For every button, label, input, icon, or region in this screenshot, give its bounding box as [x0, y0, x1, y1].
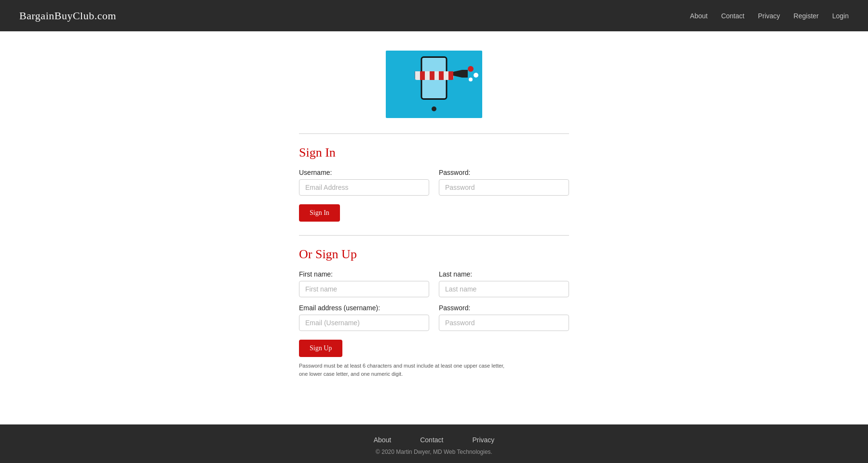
- footer-about[interactable]: About: [374, 436, 392, 444]
- main-nav: About Contact Privacy Register Login: [690, 12, 849, 20]
- site-footer: About Contact Privacy © 2020 Martin Dwye…: [0, 424, 868, 463]
- password-hint: Password must be at least 6 characters a…: [299, 362, 511, 378]
- awning-illustration: [415, 71, 453, 80]
- signin-button[interactable]: Sign In: [299, 204, 340, 222]
- nav-register[interactable]: Register: [794, 12, 819, 20]
- signup-password-group: Password:: [439, 304, 569, 331]
- name-row: First name: Last name:: [299, 270, 569, 297]
- firstname-input[interactable]: [299, 281, 429, 297]
- form-container: Sign In Username: Password: Sign In Or S…: [299, 133, 569, 378]
- signup-email-group: Email address (username):: [299, 304, 429, 331]
- lastname-group: Last name:: [439, 270, 569, 297]
- signin-password-group: Password:: [439, 169, 569, 196]
- signup-email-label: Email address (username):: [299, 304, 429, 312]
- lastname-label: Last name:: [439, 270, 569, 278]
- lastname-input[interactable]: [439, 281, 569, 297]
- firstname-label: First name:: [299, 270, 429, 278]
- phone-button-illustration: [432, 106, 436, 111]
- signup-email-input[interactable]: [299, 315, 429, 331]
- nav-contact[interactable]: Contact: [721, 12, 744, 20]
- signin-title: Sign In: [299, 146, 569, 160]
- footer-copyright: © 2020 Martin Dwyer, MD Web Technologies…: [10, 449, 858, 455]
- signin-password-label: Password:: [439, 169, 569, 176]
- site-logo: BargainBuyClub.com: [19, 10, 116, 22]
- site-header: BargainBuyClub.com About Contact Privacy…: [0, 0, 868, 31]
- footer-contact[interactable]: Contact: [420, 436, 443, 444]
- nav-privacy[interactable]: Privacy: [758, 12, 780, 20]
- email-password-row: Email address (username): Password:: [299, 304, 569, 331]
- signup-button[interactable]: Sign Up: [299, 340, 342, 357]
- signin-section: Sign In Username: Password: Sign In: [299, 146, 569, 222]
- dot1-illustration: [468, 66, 474, 72]
- footer-privacy[interactable]: Privacy: [472, 436, 494, 444]
- signup-section: Or Sign Up First name: Last name: Email …: [299, 247, 569, 378]
- hero-image: [386, 51, 482, 118]
- signup-password-label: Password:: [439, 304, 569, 312]
- dot3-illustration: [469, 78, 473, 81]
- megaphone-illustration: [453, 70, 468, 78]
- username-group: Username:: [299, 169, 429, 196]
- footer-links: About Contact Privacy: [10, 436, 858, 444]
- nav-login[interactable]: Login: [832, 12, 849, 20]
- firstname-group: First name:: [299, 270, 429, 297]
- signin-row: Username: Password:: [299, 169, 569, 196]
- signup-password-input[interactable]: [439, 315, 569, 331]
- username-label: Username:: [299, 169, 429, 176]
- main-content: Sign In Username: Password: Sign In Or S…: [0, 31, 868, 424]
- dot2-illustration: [474, 73, 478, 78]
- phone-illustration: [421, 56, 448, 100]
- nav-about[interactable]: About: [690, 12, 708, 20]
- username-input[interactable]: [299, 179, 429, 196]
- signup-title: Or Sign Up: [299, 247, 569, 262]
- middle-divider: [299, 235, 569, 236]
- top-divider: [299, 133, 569, 134]
- signin-password-input[interactable]: [439, 179, 569, 196]
